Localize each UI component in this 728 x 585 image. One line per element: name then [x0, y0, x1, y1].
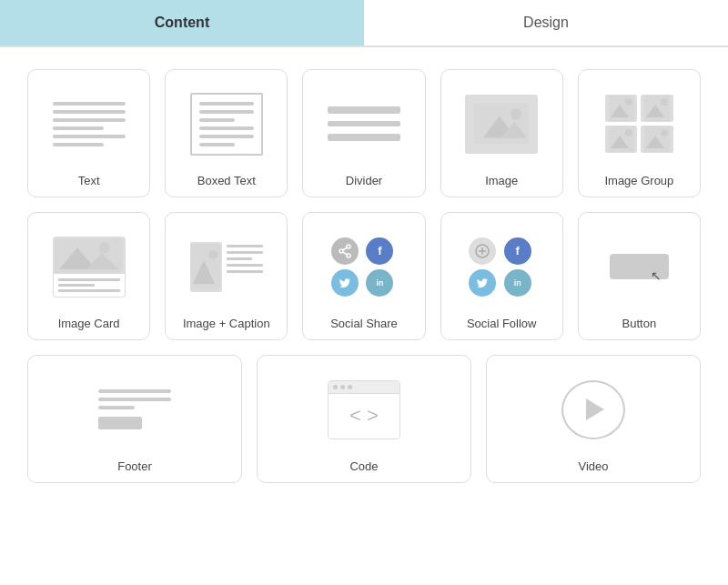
block-image-card[interactable]: Image Card	[27, 212, 150, 340]
content-area: Text Boxed Text	[0, 47, 728, 519]
block-text[interactable]: Text	[27, 69, 150, 197]
svg-point-19	[99, 242, 110, 253]
text-icon	[37, 83, 140, 165]
divider-icon	[312, 83, 415, 165]
svg-point-12	[625, 129, 632, 136]
image-caption-icon	[175, 226, 278, 308]
social-share-icon: f in	[312, 226, 415, 308]
block-divider[interactable]: Divider	[302, 69, 425, 197]
boxed-text-icon	[175, 83, 278, 165]
block-boxed-text[interactable]: Boxed Text	[165, 69, 288, 197]
svg-point-3	[511, 109, 521, 120]
block-image-caption[interactable]: Image + Caption	[165, 212, 288, 340]
block-button[interactable]: ↖ Button	[578, 212, 701, 340]
block-social-share[interactable]: f in Social Share	[302, 212, 425, 340]
image-icon	[450, 83, 553, 165]
block-footer[interactable]: Footer	[27, 355, 242, 483]
block-boxed-text-label: Boxed Text	[197, 174, 256, 187]
block-image-group[interactable]: Image Group	[578, 69, 701, 197]
block-footer-label: Footer	[117, 459, 152, 473]
block-row-1: Text Boxed Text	[27, 69, 701, 197]
svg-line-26	[342, 247, 347, 250]
block-image-label: Image	[485, 174, 518, 187]
block-image-card-label: Image Card	[58, 317, 120, 330]
block-text-label: Text	[78, 174, 100, 187]
block-image-group-label: Image Group	[604, 174, 673, 187]
block-social-follow[interactable]: f in Social Follow	[440, 212, 563, 340]
video-icon	[496, 368, 691, 450]
code-icon: < >	[267, 368, 461, 450]
svg-point-15	[661, 129, 668, 136]
social-follow-icon: f in	[450, 226, 553, 308]
block-video-label: Video	[578, 459, 608, 473]
block-social-share-label: Social Share	[330, 317, 398, 330]
footer-icon	[37, 368, 232, 450]
block-image[interactable]: Image	[440, 69, 563, 197]
block-button-label: Button	[622, 317, 657, 330]
svg-point-9	[661, 98, 668, 106]
tab-design[interactable]: Design	[364, 0, 728, 45]
image-card-icon	[37, 226, 140, 308]
svg-point-22	[208, 250, 217, 259]
svg-point-6	[625, 98, 632, 106]
image-group-icon	[588, 83, 691, 165]
button-icon: ↖	[588, 226, 691, 308]
block-code[interactable]: < > Code	[257, 355, 471, 483]
block-divider-label: Divider	[346, 174, 382, 187]
svg-line-27	[342, 252, 347, 255]
tab-content[interactable]: Content	[0, 0, 364, 45]
block-video[interactable]: Video	[486, 355, 701, 483]
tab-bar: Content Design	[0, 0, 728, 47]
block-row-3: Footer < > Code	[27, 355, 701, 483]
block-code-label: Code	[349, 459, 378, 473]
block-social-follow-label: Social Follow	[467, 317, 537, 330]
block-row-2: Image Card	[27, 212, 701, 340]
block-image-caption-label: Image + Caption	[183, 317, 270, 330]
